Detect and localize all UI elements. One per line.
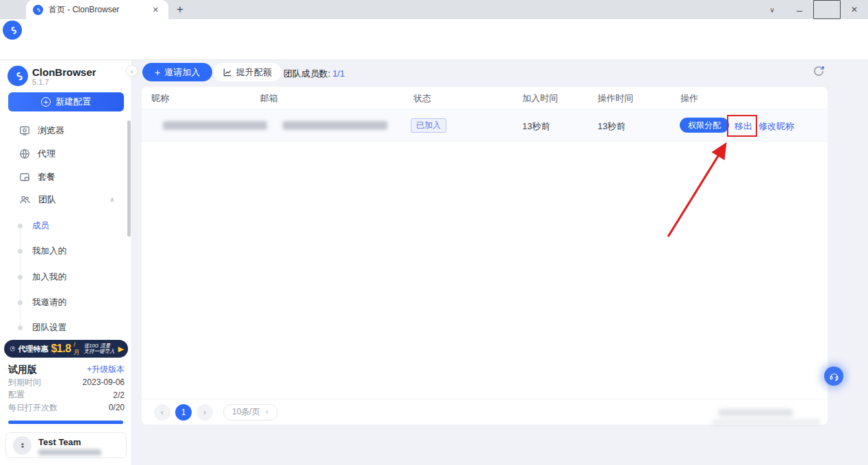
sidebar-collapse-button[interactable]: ‹ (126, 65, 138, 77)
plan-panel: 试用版 +升级版本 到期时间 2023-09-06 配置 2/2 每日打开次数 … (8, 363, 125, 424)
sidebar-subitem-members[interactable]: 成员 (32, 220, 49, 232)
upgrade-link[interactable]: +升级版本 (87, 364, 125, 375)
submenu-dot (18, 326, 23, 330)
sidebar-item-plan[interactable]: 套餐 (0, 169, 132, 185)
promo-line2: 支持一键导入 (84, 349, 115, 355)
browser-toolbar: ← → app.clonbrowser.net/main/team/member… (0, 19, 868, 41)
bookmarks-bar: 团队收藏夹 (0, 41, 868, 60)
tab-favicon-icon (33, 5, 43, 15)
member-count-label: 团队成员数: (283, 68, 331, 79)
new-tab-button[interactable]: + (173, 2, 188, 17)
col-op-time: 操作时间 (598, 87, 633, 109)
page-1-button[interactable]: 1 (175, 404, 192, 421)
invite-member-button[interactable]: + 邀请加入 (142, 63, 212, 81)
package-icon (19, 172, 30, 183)
sidebar-subitem-join-me[interactable]: 加入我的 (32, 271, 66, 283)
email-redacted (283, 121, 387, 130)
headset-icon (829, 371, 839, 382)
plan-label: 配置 (8, 389, 25, 401)
team-switcher[interactable]: Test Team (5, 432, 127, 458)
prev-page-button[interactable]: ‹ (154, 404, 170, 421)
nickname-redacted (163, 121, 267, 130)
plan-label: 到期时间 (8, 377, 41, 388)
plan-value: 0/20 (109, 403, 125, 412)
team-icon (19, 194, 31, 205)
chart-icon (223, 68, 232, 77)
promo-play-icon: ▶ (118, 345, 124, 354)
window-maximize-button[interactable] (813, 0, 841, 19)
plus-icon: + (155, 67, 160, 78)
members-table-card: 昵称 邮箱 状态 加入时间 操作时间 操作 已加入 13秒前 13秒前 权限分配… (142, 87, 828, 425)
team-owner-redacted (38, 449, 101, 455)
browser-tab[interactable]: 首页 - ClonBrowser ✕ (26, 0, 168, 19)
chevron-down-icon: ∨ (265, 409, 269, 415)
submenu-dot (18, 224, 23, 228)
plan-progress-bar (8, 421, 123, 424)
promo-tag: 代理特惠 (18, 344, 48, 354)
sidebar-item-browser[interactable]: 浏览器 (0, 122, 132, 139)
team-name: Test Team (38, 438, 101, 447)
team-avatar (13, 436, 31, 455)
plan-value: 2/2 (113, 390, 125, 400)
sidebar-item-label: 浏览器 (38, 124, 64, 137)
tab-search-icon[interactable]: ∨ (758, 0, 786, 19)
page-size-select[interactable]: 10条/页 ∨ (223, 404, 278, 421)
tab-close-icon[interactable]: ✕ (150, 4, 162, 16)
next-page-button[interactable]: › (196, 404, 213, 421)
submenu-dot (18, 249, 23, 254)
new-config-button[interactable]: + 新建配置 (8, 92, 124, 111)
plan-row-expiry: 到期时间 2023-09-06 (8, 376, 125, 389)
sidebar-item-team[interactable]: 团队 ∧ (0, 191, 132, 208)
sidebar-subitem-invited[interactable]: 我邀请的 (32, 297, 66, 308)
window-minimize-button[interactable]: – (786, 0, 813, 19)
globe-icon (19, 148, 30, 159)
plan-name: 试用版 (8, 364, 37, 376)
browser-tab-bar: 首页 - ClonBrowser ✕ + ∨ – ✕ (0, 0, 868, 19)
rename-member-link[interactable]: 修改昵称 (758, 120, 794, 133)
invite-label: 邀请加入 (164, 66, 200, 79)
promo-banner[interactable]: 代理特惠 $1.8 /月 送10G 流量 支持一键导入 ▶ (4, 340, 128, 358)
page-size-value: 10条/页 (232, 406, 260, 418)
watermark-redacted (719, 409, 793, 416)
table-row: 已加入 13秒前 13秒前 权限分配 移出 修改昵称 (142, 109, 828, 142)
sidebar-subitem-team-settings[interactable]: 团队设置 (32, 322, 66, 334)
screen: 首页 - ClonBrowser ✕ + ∨ – ✕ ← → app.clonb… (0, 0, 868, 465)
new-config-label: 新建配置 (55, 96, 91, 108)
tab-title: 首页 - ClonBrowser (49, 4, 150, 16)
status-badge: 已加入 (411, 118, 446, 133)
browser-icon (19, 125, 30, 136)
rocket-icon (10, 343, 15, 354)
window-controls: ∨ – ✕ (758, 0, 868, 19)
customer-support-button[interactable] (824, 367, 843, 386)
plan-row-configs: 配置 2/2 (8, 389, 125, 402)
sidebar-subitem-joined[interactable]: 我加入的 (32, 245, 66, 257)
window-close-button[interactable]: ✕ (841, 0, 868, 19)
promo-unit: /月 (74, 341, 80, 357)
table-header: 昵称 邮箱 状态 加入时间 操作时间 操作 (142, 87, 828, 109)
plan-label: 每日打开次数 (8, 402, 58, 414)
browser-profile-logo-icon[interactable] (3, 21, 22, 40)
col-email: 邮箱 (260, 87, 278, 109)
assign-permissions-button[interactable]: 权限分配 (680, 118, 729, 133)
sidebar-item-label: 团队 (38, 194, 56, 206)
app-logo-icon (8, 66, 28, 86)
promo-price: $1.8 (51, 343, 71, 355)
plus-circle-icon: + (41, 97, 51, 107)
op-time-value: 13秒前 (598, 120, 625, 133)
promo-details: 送10G 流量 支持一键导入 (84, 343, 115, 355)
quota-label: 提升配额 (236, 66, 272, 79)
chevron-up-icon: ∧ (110, 196, 114, 203)
col-actions: 操作 (680, 87, 698, 109)
maximize-icon (813, 0, 841, 19)
col-nickname: 昵称 (151, 87, 169, 109)
sidebar-item-label: 套餐 (38, 171, 55, 183)
watermark-redacted (712, 419, 820, 425)
submenu-dot (18, 300, 23, 305)
submenu-dot (18, 275, 23, 280)
sidebar-item-proxy[interactable]: 代理 (0, 146, 132, 162)
member-count: 团队成员数:1/1 (283, 68, 345, 80)
sidebar-scrollbar[interactable] (127, 120, 131, 237)
refresh-button[interactable] (812, 64, 826, 78)
member-count-value: 1/1 (333, 68, 345, 79)
increase-quota-button[interactable]: 提升配额 (214, 63, 281, 81)
